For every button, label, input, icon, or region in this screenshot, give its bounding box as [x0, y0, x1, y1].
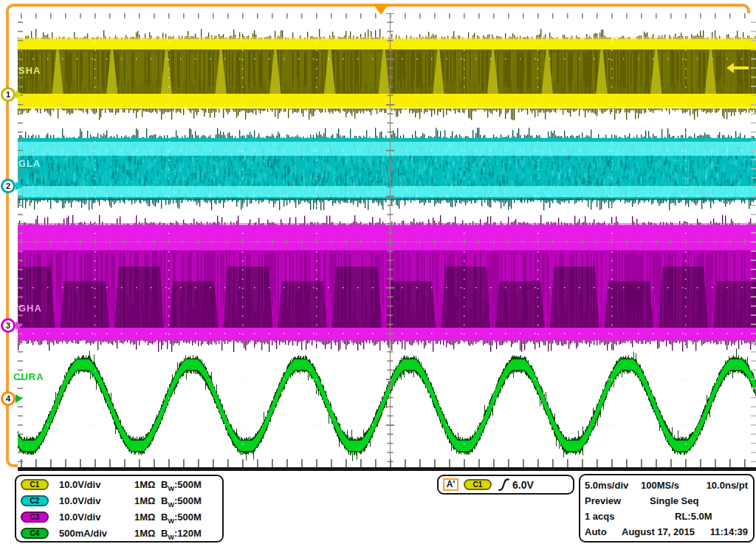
channel1-impedance: 1MΩ — [134, 479, 155, 490]
channel2-marker-arrow-icon — [16, 182, 22, 190]
channel4-pill[interactable]: C4 — [21, 528, 49, 539]
record-length: RL:5.0M — [675, 511, 712, 522]
channel1-marker-arrow-icon — [16, 90, 22, 99]
timebase-scale: 5.0ms/div — [585, 480, 628, 491]
channel4-marker-number: 4 — [1, 391, 16, 406]
acquisition-count: 1 acqs — [585, 511, 614, 522]
channel2-impedance: 1MΩ — [134, 495, 155, 506]
trace-label-cura: CURA — [13, 371, 44, 382]
channel2-scale: 10.0V/div — [59, 495, 100, 506]
rising-slope-icon — [498, 478, 510, 492]
acquisition-mode: Single Seq — [650, 495, 698, 506]
trigger-a-badge: A' — [443, 478, 458, 491]
sample-rate: 100MS/s — [641, 480, 679, 491]
timebase-row-3: 1 acqs RL:5.0M — [580, 511, 753, 526]
channel4-scale: 500mA/div — [59, 528, 107, 539]
channel4-marker-arrow-icon — [16, 394, 22, 403]
trigger-level-arrow-tail — [733, 66, 749, 69]
date-label: August 17, 2015 — [622, 526, 695, 537]
channel3-bandwidth: BW:500M — [161, 512, 202, 525]
acquisition-status: Preview — [585, 495, 621, 506]
channel2-marker-number: 2 — [1, 179, 16, 193]
time-label: 11:14:39 — [710, 526, 748, 537]
trace-label-gha: GHA — [18, 303, 42, 314]
channel2-pill[interactable]: C2 — [21, 495, 49, 506]
trigger-level-value: 6.0V — [512, 479, 534, 491]
channel3-scale: 10.0V/div — [59, 512, 100, 523]
trace-label-gla: GLA — [18, 158, 41, 169]
timebase-row-1: 5.0ms/div 100MS/s 10.0ns/pt — [580, 480, 753, 495]
channel3-marker-number: 3 — [1, 318, 16, 333]
timebase-readout-box[interactable]: 5.0ms/div 100MS/s 10.0ns/pt Preview Sing… — [579, 474, 755, 543]
waveform-canvas — [18, 13, 756, 471]
channel3-pill[interactable]: C3 — [21, 512, 49, 523]
channel1-pill[interactable]: C1 — [21, 479, 49, 490]
channel1-bandwidth: BW:500M — [161, 479, 202, 492]
channel-readouts-box: C1 10.0V/div 1MΩ BW:500M C2 10.0V/div 1M… — [15, 475, 224, 543]
channel4-readout-row[interactable]: C4 500mA/div 1MΩ BW:120M — [16, 527, 222, 542]
channel1-readout-row[interactable]: C1 10.0V/div 1MΩ BW:500M — [16, 478, 222, 493]
channel3-impedance: 1MΩ — [134, 512, 155, 523]
trigger-level-arrow-head — [726, 63, 734, 73]
sample-resolution: 10.0ns/pt — [707, 480, 748, 491]
trigger-readout-box[interactable]: A' C1 6.0V — [437, 475, 574, 495]
channel4-bandwidth: BW:120M — [161, 528, 202, 541]
trigger-level-arrow-icon[interactable] — [726, 63, 749, 73]
timebase-row-4: Auto August 17, 2015 11:14:39 — [580, 526, 753, 541]
timebase-row-2: Preview Single Seq — [580, 495, 753, 510]
channel1-marker-number: 1 — [1, 87, 16, 102]
trigger-position-marker-icon[interactable] — [373, 4, 389, 15]
channel3-readout-row[interactable]: C3 10.0V/div 1MΩ BW:500M — [16, 511, 222, 526]
oscilloscope-screen: 1 2 3 4 SHA GLA GHA CURA C1 10.0V/div 1M… — [0, 0, 756, 544]
channel3-marker-arrow-icon — [16, 321, 22, 330]
channel2-readout-row[interactable]: C2 10.0V/div 1MΩ BW:500M — [16, 495, 222, 509]
waveform-display — [6, 4, 750, 467]
trace-label-sha: SHA — [18, 65, 41, 76]
trigger-source-pill[interactable]: C1 — [464, 479, 492, 490]
channel4-impedance: 1MΩ — [134, 528, 155, 539]
trigger-mode: Auto — [585, 526, 607, 537]
channel1-scale: 10.0V/div — [59, 479, 100, 490]
channel2-bandwidth: BW:500M — [161, 495, 202, 509]
